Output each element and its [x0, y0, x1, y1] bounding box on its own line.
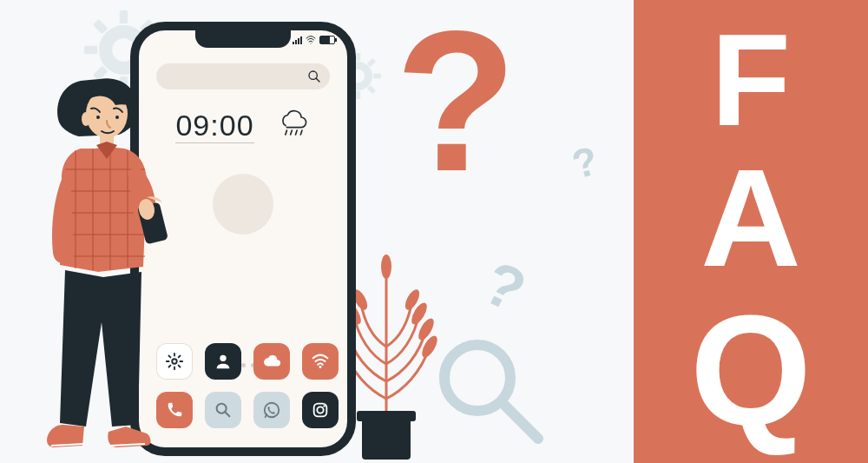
svg-point-45: [323, 405, 325, 407]
svg-line-33: [285, 130, 286, 135]
faq-letter-a: A: [700, 149, 801, 288]
person-icon: [214, 352, 233, 371]
clock-time: 09:00: [175, 109, 253, 143]
search-input[interactable]: [156, 63, 330, 89]
cloud-icon: [262, 352, 281, 371]
app-wifi[interactable]: [302, 343, 339, 380]
svg-line-54: [503, 404, 538, 439]
svg-rect-29: [362, 416, 411, 460]
svg-rect-19: [367, 85, 376, 94]
faq-panel: F A Q: [634, 0, 868, 463]
svg-rect-15: [373, 74, 381, 79]
faq-letter-q: Q: [690, 292, 812, 448]
battery-icon: [319, 36, 335, 44]
instagram-icon: [311, 400, 330, 420]
question-mark-icon: ?: [473, 248, 536, 327]
svg-point-39: [319, 366, 322, 368]
svg-rect-4: [84, 46, 97, 55]
svg-line-41: [226, 413, 230, 417]
illustration-stage: 09:00: [0, 0, 868, 463]
svg-point-48: [115, 116, 119, 119]
app-cloud[interactable]: [253, 343, 290, 380]
svg-rect-12: [356, 53, 361, 61]
svg-rect-16: [367, 58, 376, 67]
faq-letter-f: F: [711, 15, 791, 145]
status-bar: [293, 36, 335, 44]
app-grid: [156, 343, 330, 428]
svg-point-38: [220, 355, 226, 361]
decorative-circle: [213, 174, 273, 235]
svg-point-28: [381, 255, 391, 279]
question-mark-icon: ?: [395, 22, 517, 182]
svg-line-32: [316, 78, 319, 82]
svg-line-34: [290, 130, 292, 135]
app-search[interactable]: [205, 392, 241, 428]
magnifier-icon: [425, 330, 556, 463]
wifi-icon: [311, 352, 330, 371]
svg-rect-2: [120, 10, 128, 23]
svg-line-36: [300, 130, 302, 135]
svg-rect-8: [93, 19, 108, 34]
wifi-icon: [306, 36, 316, 44]
svg-point-49: [82, 112, 90, 126]
svg-point-47: [96, 116, 100, 119]
person-illustration: [30, 56, 178, 463]
svg-point-44: [317, 407, 323, 413]
phone-notch: [195, 29, 291, 48]
app-instagram[interactable]: [302, 392, 339, 428]
app-whatsapp[interactable]: [253, 392, 290, 428]
app-contacts[interactable]: [205, 343, 241, 380]
question-mark-icon: ?: [567, 136, 602, 188]
svg-point-40: [217, 404, 227, 413]
svg-line-35: [295, 130, 297, 135]
whatsapp-icon: [262, 400, 281, 420]
svg-rect-30: [357, 411, 416, 421]
search-icon: [307, 69, 321, 83]
signal-icon: [293, 36, 302, 44]
weather-rain-icon: [276, 109, 311, 143]
svg-rect-13: [356, 91, 361, 99]
search-icon: [214, 400, 233, 420]
